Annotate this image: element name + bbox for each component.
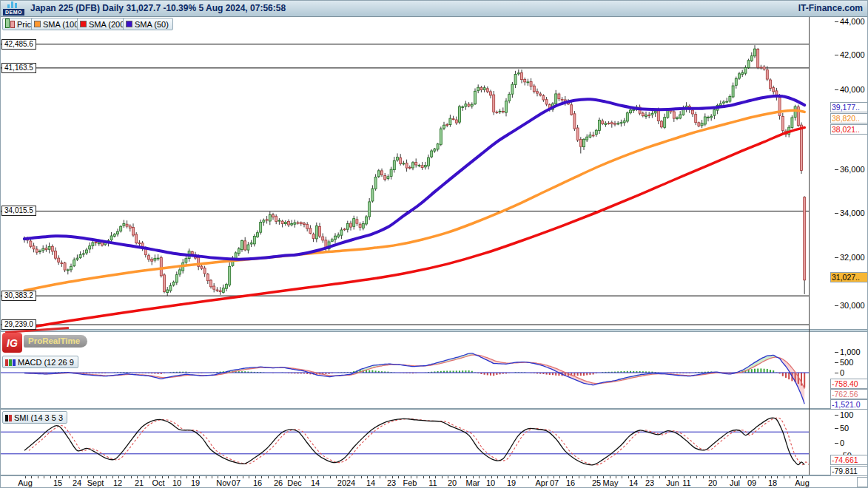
- date-tick: [784, 476, 784, 478]
- mini-chart-icon: [7, 1, 17, 8]
- axis-tick: [835, 213, 838, 214]
- axis-tick-label: 44,000: [840, 17, 865, 26]
- date-tick: [149, 476, 150, 478]
- price-value-badge: 38,021..: [830, 124, 868, 135]
- title-bar: DEMO Japan 225 (DFB) Daily 31,027.7 -10.…: [1, 1, 868, 17]
- date-label: Mar: [466, 478, 480, 487]
- date-tick: [131, 476, 132, 478]
- smi-line: [24, 418, 804, 465]
- legend-sma50-button[interactable]: SMA (50): [123, 18, 173, 30]
- date-tick: [168, 476, 169, 478]
- smi-value-badge: -79.811: [830, 466, 868, 476]
- smi-value-badge: -74.661: [830, 455, 868, 465]
- level-label[interactable]: 42,485.6: [1, 39, 36, 50]
- date-label: 26: [274, 478, 283, 487]
- date-tick: [62, 476, 63, 478]
- macd-bar-green: [9, 359, 12, 366]
- legend-sma200-label: SMA (200): [89, 20, 127, 29]
- axis-tick: [835, 415, 838, 416]
- prorealtime-logo: ProRealTime: [24, 335, 87, 348]
- date-tick: [305, 476, 306, 478]
- macd-signal-line: [24, 355, 804, 389]
- date-tick: [423, 476, 424, 478]
- price-value-badge: 39,177..: [830, 102, 868, 112]
- date-tick: [124, 476, 125, 478]
- date-label: Jul: [730, 478, 740, 487]
- date-tick: [186, 476, 187, 478]
- sma100-icon: [34, 21, 41, 27]
- smi-bar-black: [5, 415, 8, 421]
- date-tick: [777, 476, 778, 478]
- level-label[interactable]: 41,163.5: [1, 63, 36, 73]
- smi-legend-label: SMI (14 3 5 3: [14, 413, 63, 422]
- macd-line: [24, 353, 804, 404]
- sma50-line[interactable]: [24, 96, 804, 260]
- axis-tick: [835, 257, 838, 258]
- date-label: 11: [682, 478, 690, 487]
- price-icon: [5, 20, 15, 28]
- date-label: 10: [172, 478, 181, 487]
- axis-tick: [835, 305, 838, 306]
- axis-tick: [835, 443, 838, 444]
- legend-sma50-label: SMA (50): [135, 20, 169, 29]
- date-tick: [740, 476, 741, 478]
- brand-label: IT-Finance.com: [798, 3, 863, 13]
- date-label: Dec: [287, 478, 302, 487]
- date-label: 24: [73, 478, 81, 487]
- date-tick: [460, 476, 461, 478]
- date-tick: [69, 476, 70, 478]
- date-label: 07: [232, 478, 240, 487]
- axis-tick: [835, 373, 838, 373]
- date-label: May: [603, 478, 619, 487]
- date-tick: [703, 476, 704, 478]
- date-label: 16: [566, 478, 575, 487]
- macd-value-badge: -762.56: [830, 389, 868, 399]
- sma200-icon: [80, 21, 87, 27]
- smi-legend-button[interactable]: SMI (14 3 5 3: [2, 411, 67, 424]
- price-value-badge: 38,820..: [830, 113, 868, 123]
- date-tick: [522, 476, 523, 478]
- sma200-line[interactable]: [24, 128, 804, 328]
- macd-divergence-fill: [24, 353, 804, 404]
- level-label[interactable]: 30,383.2: [1, 291, 36, 301]
- date-label: 14: [311, 478, 320, 487]
- date-tick: [442, 476, 443, 478]
- axis-tick-label: 0: [840, 368, 844, 377]
- candles: [24, 45, 806, 296]
- smi-icon: [5, 413, 12, 421]
- date-label: 12: [113, 478, 122, 487]
- page-title: Japan 225 (DFB) Daily 31,027.7 -10.39% 5…: [30, 3, 286, 13]
- date-tick: [622, 476, 622, 478]
- price-panel[interactable]: [1, 17, 809, 329]
- macd-legend-button[interactable]: MACD (12 26 9: [2, 356, 78, 368]
- axis-tick: [835, 169, 838, 170]
- date-label: 21: [135, 478, 144, 487]
- date-tick: [106, 476, 107, 478]
- date-label: 19: [507, 478, 516, 487]
- level-label[interactable]: 29,239.0: [1, 319, 36, 330]
- date-label: 16: [253, 478, 262, 487]
- date-tick: [50, 476, 51, 478]
- axis-tick-label: 500: [840, 358, 853, 367]
- candle-down-glyph: [10, 21, 15, 28]
- date-label: 23: [645, 478, 654, 487]
- date-tick: [721, 476, 722, 478]
- macd-icon: [5, 358, 16, 366]
- date-tick: [641, 476, 642, 478]
- panel-separator[interactable]: [1, 408, 868, 410]
- date-tick: [790, 476, 790, 478]
- axis-tick: [835, 352, 838, 353]
- panel-separator[interactable]: [1, 329, 868, 332]
- price-value-badge: 31,027..: [830, 272, 868, 282]
- date-tick: [765, 476, 766, 478]
- date-label: Apr: [535, 478, 548, 487]
- date-tick: [323, 476, 324, 478]
- macd-panel[interactable]: [1, 332, 809, 408]
- smi-signal-line: [29, 418, 809, 465]
- level-label[interactable]: 34,015.5: [1, 206, 36, 216]
- macd-value-badge: -1,521.0: [830, 399, 868, 410]
- sma100-line[interactable]: [24, 110, 804, 291]
- resize-corner[interactable]: [857, 477, 868, 487]
- axis-tick-label: 0: [840, 438, 844, 447]
- smi-panel[interactable]: [1, 410, 809, 475]
